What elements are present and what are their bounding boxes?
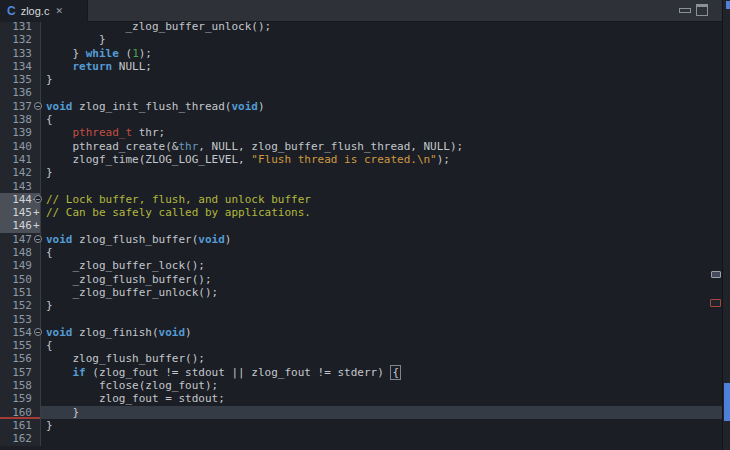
code-token: )	[258, 100, 265, 113]
line-number-gutter[interactable]: 154	[0, 326, 41, 339]
line-number: 158	[12, 379, 32, 392]
tab-zlog-c[interactable]: C zlog.c ✕	[0, 0, 88, 22]
code-text[interactable]: zlog_flush_buffer();	[41, 352, 722, 365]
code-text[interactable]: void zlog_finish(void)	[41, 326, 722, 339]
line-number-gutter[interactable]: 147	[0, 233, 41, 246]
code-text[interactable]: }	[41, 406, 722, 419]
line-number-gutter[interactable]: 160	[0, 406, 41, 419]
line-number-gutter[interactable]: 150	[0, 273, 41, 286]
code-text[interactable]: _zlog_buffer_lock();	[41, 259, 722, 272]
code-text[interactable]: }	[41, 73, 722, 86]
code-text[interactable]: {	[41, 246, 722, 259]
maximize-icon[interactable]	[696, 4, 708, 16]
line-number-gutter[interactable]: 137	[0, 100, 41, 113]
line-number-gutter[interactable]: 161	[0, 419, 41, 432]
line-number-gutter[interactable]: 136	[0, 86, 41, 99]
fold-collapse-icon[interactable]	[34, 102, 42, 110]
code-text[interactable]: void zlog_flush_buffer(void)	[41, 233, 722, 246]
line-number: 137	[12, 100, 32, 113]
line-number-gutter[interactable]: 143	[0, 180, 41, 193]
code-text[interactable]: return NULL;	[41, 60, 722, 73]
error-marker[interactable]	[710, 299, 721, 307]
fold-collapse-icon[interactable]	[34, 235, 42, 243]
code-text[interactable]: // Can be safely called by applications.	[41, 206, 722, 219]
code-line: 141 zlogf_time(ZLOG_LOG_LEVEL, "Flush th…	[0, 153, 722, 166]
line-number: 136	[12, 86, 32, 99]
code-text[interactable]: }	[41, 33, 722, 46]
code-text[interactable]: void zlog_init_flush_thread(void)	[41, 100, 722, 113]
code-text[interactable]: {	[41, 339, 722, 352]
code-line: 157 if (zlog_fout != stdout || zlog_fout…	[0, 366, 722, 379]
code-line: 143	[0, 180, 722, 193]
line-number-gutter[interactable]: 133	[0, 47, 41, 60]
line-number-gutter[interactable]: 159	[0, 392, 41, 405]
code-text[interactable]: }	[41, 166, 722, 179]
code-text[interactable]: // Lock buffer, flush, and unlock buffer	[41, 193, 722, 206]
code-text[interactable]: if (zlog_fout != stdout || zlog_fout != …	[41, 366, 722, 379]
code-token: (	[119, 47, 132, 60]
code-token: {	[390, 365, 401, 380]
code-token: zlog_fout = stdout;	[46, 392, 225, 405]
code-text[interactable]	[41, 180, 722, 193]
line-number-gutter[interactable]: 144+	[0, 193, 41, 206]
code-token: // Can be safely called by applications.	[46, 206, 311, 219]
scrollbar-thumb[interactable]	[724, 383, 730, 421]
line-number: 139	[12, 126, 32, 139]
line-number-gutter[interactable]: 134	[0, 60, 41, 73]
line-number-gutter[interactable]: 156	[0, 352, 41, 365]
line-number-gutter[interactable]: 152	[0, 299, 41, 312]
code-text[interactable]: _zlog_buffer_unlock();	[41, 286, 722, 299]
code-text[interactable]: } while (1);	[41, 47, 722, 60]
line-number-gutter[interactable]: 153	[0, 313, 41, 326]
line-number: 147	[12, 233, 32, 246]
code-line: 148{	[0, 246, 722, 259]
code-text[interactable]: zlogf_time(ZLOG_LOG_LEVEL, "Flush thread…	[41, 153, 722, 166]
code-token: _zlog_buffer_lock();	[46, 259, 205, 272]
line-number-gutter[interactable]: 162	[0, 432, 41, 445]
line-number: 143	[12, 180, 32, 193]
code-line: 138{	[0, 113, 722, 126]
line-number-gutter[interactable]: 140	[0, 140, 41, 153]
line-number-gutter[interactable]: 149	[0, 259, 41, 272]
code-text[interactable]: {	[41, 113, 722, 126]
code-text[interactable]: pthread_create(&thr, NULL, zlog_buffer_f…	[41, 140, 722, 153]
line-number-gutter[interactable]: 146+	[0, 219, 41, 232]
code-text[interactable]: fclose(zlog_fout);	[41, 379, 722, 392]
line-number-gutter[interactable]: 148	[0, 246, 41, 259]
code-text[interactable]: _zlog_flush_buffer();	[41, 273, 722, 286]
code-token: {	[46, 246, 53, 259]
code-text[interactable]: }	[41, 419, 722, 432]
line-number-gutter[interactable]: 155	[0, 339, 41, 352]
line-number-gutter[interactable]: 139	[0, 126, 41, 139]
fold-collapse-icon[interactable]	[34, 195, 42, 203]
code-text[interactable]: zlog_fout = stdout;	[41, 392, 722, 405]
line-number-gutter[interactable]: 157	[0, 366, 41, 379]
vertical-scrollbar[interactable]	[722, 0, 730, 450]
tab-title: zlog.c	[21, 5, 50, 17]
code-token: zlog_finish(	[73, 326, 159, 339]
line-number: 153	[12, 313, 32, 326]
line-number-gutter[interactable]: 138	[0, 113, 41, 126]
code-text[interactable]	[41, 313, 722, 326]
line-number-gutter[interactable]: 132	[0, 33, 41, 46]
line-number-gutter[interactable]: 151	[0, 286, 41, 299]
minimize-icon[interactable]	[679, 8, 691, 13]
line-number-gutter[interactable]: 145+	[0, 206, 41, 219]
code-token: void	[231, 100, 258, 113]
code-token: }	[46, 406, 79, 419]
line-number-gutter[interactable]: 135	[0, 73, 41, 86]
line-number-gutter[interactable]: 141	[0, 153, 41, 166]
line-number-gutter[interactable]: 158	[0, 379, 41, 392]
close-icon[interactable]: ✕	[55, 6, 63, 16]
code-text[interactable]: }	[41, 299, 722, 312]
code-text[interactable]	[41, 86, 722, 99]
code-text[interactable]	[41, 219, 722, 232]
code-line: 146+	[0, 219, 722, 232]
info-marker[interactable]	[711, 271, 721, 278]
line-number-gutter[interactable]: 142	[0, 166, 41, 179]
code-text[interactable]: pthread_t thr;	[41, 126, 722, 139]
code-text[interactable]	[41, 432, 722, 445]
code-token: thr	[178, 140, 198, 153]
line-number: 135	[12, 73, 32, 86]
fold-collapse-icon[interactable]	[34, 328, 42, 336]
